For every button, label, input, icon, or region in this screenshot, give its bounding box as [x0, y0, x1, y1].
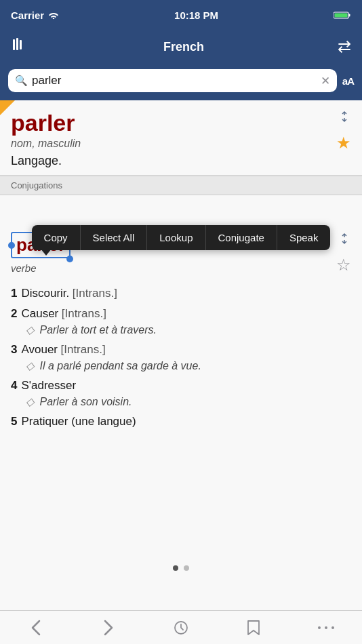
- def-text: Avouer: [21, 343, 58, 357]
- def-tag: [Intrans.]: [60, 343, 105, 357]
- definition-5: 5 Pratiquer (une langue): [11, 415, 351, 428]
- bookmark-button[interactable]: [217, 620, 289, 636]
- diamond-icon: ◇: [26, 360, 34, 371]
- diamond-icon: ◇: [26, 324, 34, 336]
- status-time: 10:18 PM: [174, 9, 218, 21]
- svg-point-8: [318, 626, 321, 629]
- nav-title: French: [163, 40, 204, 54]
- selection-handle-right: [66, 256, 73, 262]
- context-menu-arrow: [41, 249, 52, 256]
- status-bar: Carrier 10:18 PM: [0, 0, 362, 30]
- svg-rect-2: [349, 14, 350, 16]
- library-icon[interactable]: [11, 35, 30, 58]
- def-example-2: ◇ Parler à tort et à travers.: [11, 323, 351, 336]
- def-num: 4: [11, 379, 17, 393]
- definition-3: 3 Avouer [Intrans.]: [11, 343, 351, 357]
- verb-entry-section: Copy Select All Lookup Conjugate Speak p…: [0, 225, 362, 435]
- svg-point-9: [325, 626, 327, 629]
- def-text: Causer: [21, 307, 58, 321]
- def-num: 3: [11, 343, 17, 357]
- svg-point-0: [53, 18, 54, 19]
- svg-point-10: [331, 626, 334, 629]
- forward-button[interactable]: [73, 620, 145, 636]
- status-left: Carrier: [11, 9, 59, 21]
- def-tag: [Intrans.]: [62, 307, 106, 321]
- favorite-button-2[interactable]: ☆: [336, 256, 351, 275]
- battery-icon: [334, 11, 351, 20]
- history-button[interactable]: [145, 620, 218, 636]
- first-entry: parler nom, masculin Langage. ★: [0, 100, 362, 176]
- search-input[interactable]: [32, 74, 317, 87]
- swap-icon[interactable]: ⇄: [338, 37, 351, 56]
- page-dot-1: [173, 565, 178, 571]
- back-button[interactable]: [0, 620, 73, 636]
- page-dots: [0, 565, 362, 571]
- font-size-button[interactable]: aA: [342, 75, 354, 87]
- page-dot-2: [184, 565, 189, 571]
- svg-rect-5: [16, 38, 18, 50]
- status-right: [334, 11, 351, 20]
- collapse-icon-1[interactable]: [338, 110, 351, 127]
- def-tag: [Intrans.]: [73, 287, 117, 300]
- definitions-area: 1 Discourir. [Intrans.] 2 Causer [Intran…: [0, 279, 362, 435]
- def-example-3: ◇ Il a parlé pendant sa garde à vue.: [11, 359, 351, 372]
- orange-corner: [0, 100, 15, 115]
- definition-4: 4 S'adresser: [11, 379, 351, 393]
- def-num: 5: [11, 415, 17, 428]
- diamond-icon: ◇: [26, 396, 34, 407]
- context-menu-lookup[interactable]: Lookup: [147, 225, 205, 250]
- context-menu-conjugate[interactable]: Conjugate: [206, 225, 277, 250]
- content-area: parler nom, masculin Langage. ★ Conjugat…: [0, 100, 362, 610]
- search-input-wrap: 🔍 ✕: [8, 69, 337, 92]
- entry-pos-1: nom, masculin: [11, 138, 81, 150]
- favorite-button-1[interactable]: ★: [336, 134, 351, 153]
- nav-bar: French ⇄: [0, 30, 362, 64]
- search-icon: 🔍: [15, 75, 28, 87]
- context-menu-selectall[interactable]: Select All: [81, 225, 148, 250]
- tab-bar: [0, 610, 362, 644]
- def-text: Pratiquer (une langue): [21, 415, 136, 428]
- def-example-4: ◇ Parler à son voisin.: [11, 395, 351, 408]
- entry-word-1: parler: [11, 110, 81, 136]
- search-bar: 🔍 ✕ aA: [0, 64, 362, 100]
- entry-pos-2: verbe: [11, 262, 71, 274]
- def-num: 1: [11, 287, 17, 300]
- entry-def-1: Langage.: [11, 154, 81, 168]
- clear-button[interactable]: ✕: [321, 75, 330, 87]
- svg-rect-3: [335, 13, 348, 17]
- carrier-label: Carrier: [11, 9, 44, 21]
- definition-1: 1 Discourir. [Intrans.]: [11, 287, 351, 300]
- context-menu-speak[interactable]: Speak: [277, 225, 331, 250]
- def-text: S'adresser: [21, 379, 76, 393]
- context-menu-copy[interactable]: Copy: [32, 225, 81, 250]
- definition-2: 2 Causer [Intrans.]: [11, 307, 351, 321]
- wifi-icon: [48, 11, 59, 19]
- svg-rect-4: [13, 39, 15, 50]
- context-menu-bubble: Copy Select All Lookup Conjugate Speak: [32, 225, 331, 250]
- svg-rect-6: [20, 40, 22, 49]
- def-text: Discourir.: [21, 287, 69, 300]
- conjugations-label: Conjugations: [0, 176, 362, 195]
- context-menu: Copy Select All Lookup Conjugate Speak: [4, 225, 358, 250]
- more-button[interactable]: [289, 625, 362, 630]
- def-num: 2: [11, 307, 17, 321]
